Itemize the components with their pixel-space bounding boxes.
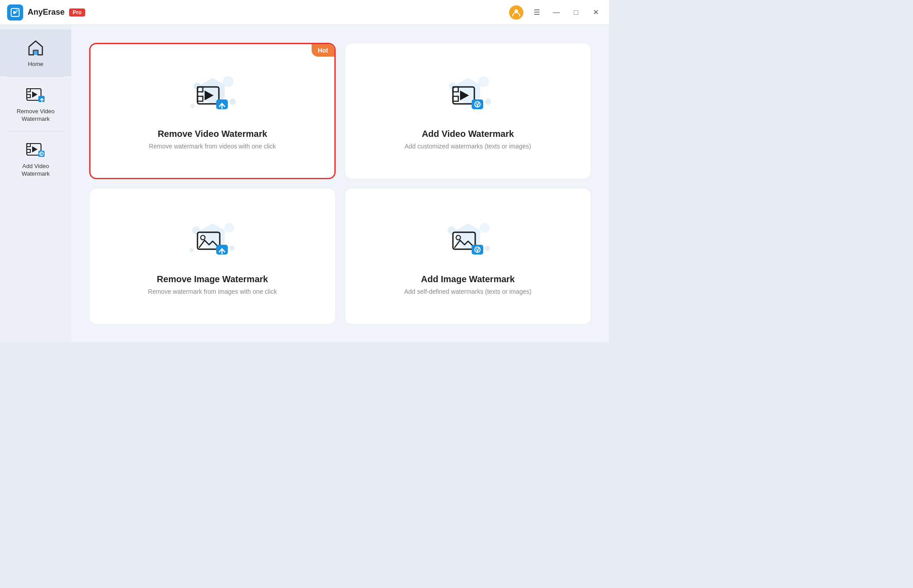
svg-point-42	[485, 246, 490, 251]
sidebar: Home Remove VideoWatermark	[0, 25, 71, 342]
card-add-video-desc: Add customized watermarks (texts or imag…	[405, 143, 531, 150]
svg-point-44	[456, 235, 461, 240]
title-bar: AnyErase Pro ☰ — □ ✕	[0, 0, 609, 25]
svg-rect-3	[33, 50, 38, 55]
svg-rect-10	[27, 149, 30, 152]
card-icon-add-image	[439, 218, 497, 267]
svg-point-37	[201, 235, 205, 240]
sidebar-item-remove-video[interactable]: Remove VideoWatermark	[0, 77, 71, 131]
svg-rect-28	[453, 96, 458, 101]
svg-rect-20	[197, 96, 203, 101]
close-button[interactable]: ✕	[589, 6, 602, 19]
sidebar-item-home[interactable]: Home	[0, 29, 71, 76]
title-bar-right: ☰ — □ ✕	[509, 5, 602, 20]
sidebar-item-add-video[interactable]: Add VideoWatermark	[0, 132, 71, 186]
svg-point-17	[190, 104, 195, 108]
minimize-button[interactable]: —	[550, 6, 563, 19]
menu-button[interactable]: ☰	[531, 6, 543, 19]
home-icon	[26, 37, 45, 57]
pro-badge: Pro	[69, 8, 85, 16]
card-icon-remove-image	[184, 218, 242, 267]
svg-point-34	[229, 246, 234, 251]
svg-rect-45	[472, 245, 483, 255]
card-remove-image-title: Remove Image Watermark	[157, 274, 268, 284]
card-remove-video-watermark[interactable]: Hot R	[89, 43, 336, 179]
remove-video-watermark-icon	[26, 85, 45, 104]
card-remove-video-desc: Remove watermark from videos with one cl…	[149, 143, 276, 150]
app-logo	[7, 4, 23, 21]
hot-badge: Hot	[312, 44, 334, 57]
card-icon-remove-video	[184, 73, 242, 122]
content-area: Hot R	[71, 25, 609, 342]
svg-rect-6	[27, 95, 30, 98]
svg-point-25	[485, 99, 491, 105]
card-add-image-desc: Add self-defined watermarks (texts or im…	[404, 288, 532, 295]
svg-rect-29	[472, 99, 483, 109]
card-add-image-title: Add Image Watermark	[421, 274, 514, 284]
title-bar-left: AnyErase Pro	[7, 4, 509, 21]
main-layout: Home Remove VideoWatermark	[0, 25, 609, 342]
card-add-video-title: Add Video Watermark	[422, 129, 514, 139]
user-avatar[interactable]	[509, 5, 523, 20]
sidebar-item-remove-video-label: Remove VideoWatermark	[16, 108, 54, 123]
card-remove-image-watermark[interactable]: Remove Image Watermark Remove watermark …	[89, 188, 336, 325]
app-name: AnyErase	[28, 8, 65, 17]
sidebar-item-add-video-label: Add VideoWatermark	[21, 163, 49, 178]
card-remove-image-desc: Remove watermark from images with one cl…	[148, 288, 277, 295]
card-add-video-watermark[interactable]: Add Video Watermark Add customized water…	[345, 43, 591, 179]
svg-point-35	[189, 248, 194, 252]
svg-point-16	[230, 99, 236, 105]
card-remove-video-title: Remove Video Watermark	[158, 129, 267, 139]
svg-point-1	[16, 9, 18, 12]
add-video-watermark-icon	[26, 140, 45, 159]
sidebar-item-home-label: Home	[28, 61, 44, 68]
card-add-image-watermark[interactable]: Add Image Watermark Add self-defined wat…	[345, 188, 591, 325]
card-icon-add-video	[439, 73, 497, 122]
maximize-button[interactable]: □	[570, 6, 582, 19]
